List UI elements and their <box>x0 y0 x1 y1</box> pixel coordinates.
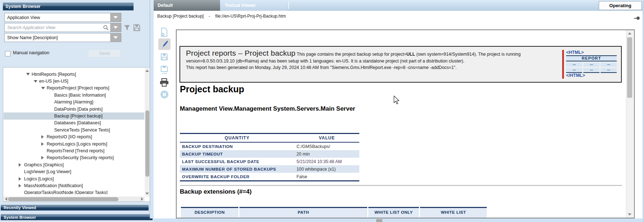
tree-item[interactable]: Databases [Databases] <box>4 120 144 126</box>
logo-cell: ... <box>601 68 617 73</box>
tree-item-label: Basics [Basic Information] <box>54 93 106 98</box>
scroll-left-arrow[interactable] <box>5 197 7 201</box>
cancel-icon[interactable] <box>160 90 169 99</box>
tab-separator <box>288 1 289 9</box>
tree-item[interactable]: Graphics [Graphics] <box>4 161 144 168</box>
send-button[interactable]: Send <box>88 49 121 57</box>
tree-item[interactable]: MassNotification [Notification] <box>4 182 144 189</box>
save-search-icon[interactable] <box>132 23 141 32</box>
add-report-icon[interactable] <box>160 28 168 37</box>
recently-viewed-accordion[interactable]: Recently Viewed <box>1 205 149 211</box>
tree-item[interactable]: DataPoints [Data points] <box>4 106 144 112</box>
backup-table-row: MAXIMUM NUMBER OF STORED BACKUPS100 whit… <box>180 165 359 173</box>
backup-extensions-table: DESCRIPTIONPATHWHITE LIST ONLYWHITE LIST <box>180 207 488 218</box>
tree-vertical-scrollbar[interactable] <box>145 68 150 196</box>
tree-item-label: HtmlReports [Reports] <box>32 72 76 77</box>
logo-report-label: REPORT <box>566 55 617 61</box>
logo-cell: ... <box>583 68 599 73</box>
tree-item[interactable]: Alarming [Alarming] <box>4 99 144 106</box>
scroll-down-arrow[interactable] <box>145 193 149 195</box>
logo-open-tag: <HTML> <box>566 50 617 55</box>
tree-item[interactable]: Logics [Logics] <box>4 175 144 182</box>
tree-item[interactable]: LogViewer [Log Viewer] <box>4 168 144 175</box>
view-selector-dropdown[interactable]: Application View <box>4 13 121 22</box>
tab-default[interactable]: Default <box>154 0 220 11</box>
value-cell: False <box>294 173 359 181</box>
operating-mode-button[interactable]: Operating <box>599 1 642 10</box>
tree-item[interactable]: en-US [en-US] <box>4 78 144 84</box>
display-mode-dropdown[interactable]: Show Name [Description] <box>4 33 121 42</box>
display-mode-arrow-button[interactable] <box>110 33 121 42</box>
tree-item[interactable]: ReportsProject [Project reports] <box>4 85 144 92</box>
tree-expand-down-icon[interactable] <box>41 87 47 89</box>
tree-item[interactable]: HtmlReports [Reports] <box>4 71 144 78</box>
tree-item-label: Alarming [Alarming] <box>54 100 93 105</box>
search-options-arrow-button[interactable] <box>110 23 121 32</box>
tree-panel: HtmlReports [Reports]en-US [en-US]Report… <box>3 67 150 202</box>
tree-expand-right-icon[interactable] <box>41 156 47 159</box>
tree-item[interactable]: Basics [Basic Information] <box>4 92 144 98</box>
tree-expand-down-icon[interactable] <box>26 73 32 75</box>
save-report-icon[interactable] <box>160 52 168 61</box>
tree-item[interactable]: ReportsIO [I/O reports] <box>4 134 144 140</box>
value-cell: C:/GMSBackups/ <box>294 142 359 150</box>
scroll-up-arrow[interactable] <box>628 32 631 34</box>
manual-navigation-checkbox[interactable] <box>5 51 10 56</box>
breadcrumb-separator: - <box>209 14 210 19</box>
scroll-right-arrow[interactable] <box>141 197 143 201</box>
tree-expand-right-icon[interactable] <box>41 135 47 139</box>
system-tree: HtmlReports [Reports]en-US [en-US]Report… <box>4 68 144 194</box>
report-header-box: Project reports – Project backup This pa… <box>179 46 622 83</box>
tree-item[interactable]: OperatorTasksRootNode [Operator Tasks] <box>4 189 144 194</box>
extensions-column-header: WHITE LIST ONLY <box>368 207 419 218</box>
tree-item-label: LogViewer [Log Viewer] <box>24 169 71 174</box>
logo-cell: ... <box>566 63 582 67</box>
save-as-icon[interactable] <box>160 65 168 75</box>
search-input[interactable] <box>5 25 102 31</box>
report-vertical-scrollbar[interactable] <box>626 30 633 218</box>
tree-vertical-scrollbar-thumb[interactable] <box>145 110 149 177</box>
tree-item-label: ServiceTexts [Service Texts] <box>54 128 110 133</box>
tree-horizontal-scrollbar-thumb[interactable] <box>8 197 118 201</box>
tree-item[interactable]: ReportsSecurity [Security reports] <box>4 154 144 161</box>
tree-item[interactable]: Backup [Project backup] <box>4 112 144 119</box>
system-browser-accordion[interactable]: System Browser <box>1 214 153 220</box>
tree-item[interactable]: ServiceTexts [Service Texts] <box>4 126 144 133</box>
tree-expand-right-icon[interactable] <box>19 184 24 188</box>
tree-item[interactable]: ReportsTrend [Trend reports] <box>4 147 144 154</box>
backup-extensions-heading: Backup extensions (#=4) <box>180 188 252 195</box>
tree-item-label: ReportsSecurity [Security reports] <box>47 155 114 160</box>
tab-default-label: Default <box>158 3 173 8</box>
bottom-scroll-thumb[interactable] <box>376 219 382 222</box>
tree-item-label: en-US [en-US] <box>39 79 68 84</box>
tab-textual-viewer[interactable]: Textual Viewer <box>221 0 287 11</box>
tree-item[interactable]: ReportsLogics [Logics reports] <box>4 140 144 147</box>
tree-expand-down-icon[interactable] <box>34 80 39 83</box>
report-scrollbar-thumb[interactable] <box>627 37 632 98</box>
scroll-down-arrow[interactable] <box>628 213 631 216</box>
filter-icon[interactable] <box>123 24 131 31</box>
edit-pen-icon[interactable] <box>160 40 169 48</box>
extensions-column-header: WHITE LIST <box>420 207 487 218</box>
tree-expand-right-icon[interactable] <box>19 163 24 167</box>
search-icon[interactable] <box>102 25 110 31</box>
bottom-scroll-strip[interactable] <box>154 218 643 222</box>
quantity-cell: MAXIMUM NUMBER OF STORED BACKUPS <box>180 165 294 173</box>
tree-horizontal-scrollbar[interactable] <box>4 196 145 202</box>
panel-splitter[interactable] <box>150 11 154 218</box>
recently-viewed-label: Recently Viewed <box>4 205 36 210</box>
quantity-cell: BACKUP TIMEOUT <box>180 150 294 158</box>
logo-cell: ... <box>583 63 599 67</box>
pin-pane-icon[interactable] <box>634 17 640 20</box>
print-icon[interactable] <box>159 78 169 87</box>
chevron-down-icon <box>113 16 118 19</box>
tree-item-label: OperatorTasksRootNode [Operator Tasks] <box>24 190 108 194</box>
view-selector-arrow-button[interactable] <box>110 13 121 22</box>
tree-expand-right-icon[interactable] <box>41 142 47 146</box>
logo-cells-row-2: ... ... ... <box>566 68 617 73</box>
scroll-up-arrow[interactable] <box>145 70 149 72</box>
tree-item-label: MassNotification [Notification] <box>24 183 83 188</box>
tree-expand-right-icon[interactable] <box>19 177 24 181</box>
display-mode-value: Show Name [Description] <box>5 35 110 40</box>
value-cell: 5/21/2024 10:35:48 AM <box>294 158 359 165</box>
